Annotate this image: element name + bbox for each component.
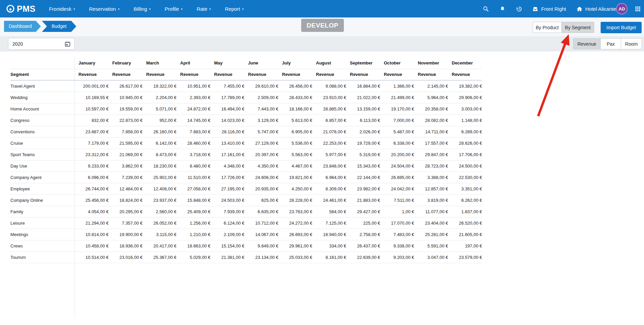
calendar-icon[interactable] xyxy=(65,41,71,47)
avatar[interactable]: AD xyxy=(616,3,628,14)
revenue-cell: 5.747,00 € xyxy=(244,126,278,137)
revenue-cell: 18.663,00 € xyxy=(176,240,210,251)
revenue-cell: 12.857,00 € xyxy=(414,183,448,194)
revenue-cell: 5.071,00 € xyxy=(143,103,176,114)
menu-frontdesk[interactable]: Frontdesk▾ xyxy=(49,6,75,12)
table-row: Congreso832,00 €22.873,00 €952,00 €14.74… xyxy=(10,114,482,126)
revenue-cell: 10.597,00 € xyxy=(75,103,109,114)
revenue-cell: 5.536,00 € xyxy=(278,137,312,149)
revenue-cell: 2.560,00 € xyxy=(143,206,176,217)
revenue-cell: 10.945,00 € xyxy=(109,92,143,103)
revenue-cell: 18.936,00 € xyxy=(109,240,143,251)
revenue-cell: 19.821,00 € xyxy=(278,172,312,183)
breadcrumb-budget[interactable]: Budget xyxy=(42,21,76,32)
pax-tab[interactable]: Pax xyxy=(601,38,621,49)
import-budget-button[interactable]: Import Budget xyxy=(601,22,642,33)
revenue-cell: 11.077,00 € xyxy=(414,206,448,217)
revenue-cell: 27.058,00 € xyxy=(176,183,210,194)
menu-report[interactable]: Report▾ xyxy=(225,6,244,12)
room-tab[interactable]: Room xyxy=(621,38,642,49)
filter-strip: 2020 Revenue Pax Room xyxy=(0,36,644,51)
history-icon[interactable] xyxy=(516,6,522,12)
segment-cell: Crews xyxy=(10,240,75,251)
revenue-cell: 5.964,00 € xyxy=(414,92,448,103)
revenue-cell: 23.016,00 € xyxy=(109,251,143,263)
menu-billing[interactable]: Billing▾ xyxy=(134,6,151,12)
column-divider-line xyxy=(75,263,75,318)
revenue-cell: 3.819,00 € xyxy=(414,194,448,206)
by-segment-button[interactable]: By Segment xyxy=(562,22,594,33)
revenue-cell: 10.712,00 € xyxy=(244,217,278,229)
revenue-cell: 20.417,00 € xyxy=(143,240,176,251)
year-value: 2020 xyxy=(12,41,65,47)
home-icon xyxy=(576,6,582,12)
pms-logo-icon xyxy=(6,4,15,13)
apps-grid-icon[interactable] xyxy=(635,6,641,12)
year-input[interactable]: 2020 xyxy=(8,38,75,50)
month-header: July xyxy=(278,57,312,69)
revenue-cell: 1.256,00 € xyxy=(176,217,210,229)
revenue-cell: 22.639,00 € xyxy=(346,251,380,263)
hotel-selector[interactable]: Hotel Alicante xyxy=(576,6,616,12)
table-row: Company Agent6.096,00 €7.239,00 €25.902,… xyxy=(10,172,482,183)
revenue-cell: 29.847,00 € xyxy=(414,149,448,160)
revenue-cell: 4.350,00 € xyxy=(244,160,278,172)
revenue-cell: 10.169,55 € xyxy=(75,92,109,103)
revenue-cell: 28.228,00 € xyxy=(278,194,312,206)
revenue-cell: 20.358,00 € xyxy=(414,103,448,114)
revenue-cell: 2.145,00 € xyxy=(414,80,448,92)
revenue-cell: 1.210,00 € xyxy=(176,229,210,240)
month-header: December xyxy=(448,57,482,69)
revenue-cell: 6.964,00 € xyxy=(312,172,346,183)
hotel-label: Hotel Alicante xyxy=(585,6,616,12)
menu-rate[interactable]: Rate▾ xyxy=(197,6,211,12)
front-office-selector[interactable]: Front Right xyxy=(532,6,566,12)
pms-logo[interactable]: PMS xyxy=(6,4,36,14)
revenue-cell: 26.693,00 € xyxy=(278,229,312,240)
month-header: June xyxy=(244,57,278,69)
breadcrumb-dashboard[interactable]: Dashboard xyxy=(4,21,41,32)
revenue-cell: 10.514,00 € xyxy=(75,251,109,263)
revenue-cell: 8.473,00 € xyxy=(143,149,176,160)
revenue-cell: 23.312,00 € xyxy=(75,149,109,160)
revenue-cell: 26.695,00 € xyxy=(380,172,414,183)
segment-cell: Home Account xyxy=(10,103,75,114)
segment-cell: Company Online xyxy=(10,194,75,206)
environment-badge: DEVELOP xyxy=(301,19,344,32)
revenue-cell: 7.939,00 € xyxy=(210,206,244,217)
revenue-cell: 5.977,00 € xyxy=(312,149,346,160)
revenue-cell: 2.109,00 € xyxy=(210,229,244,240)
revenue-cell: 28.626,00 € xyxy=(448,137,482,149)
revenue-cell: 13.410,00 € xyxy=(210,137,244,149)
revenue-cell: 26.744,00 € xyxy=(75,183,109,194)
revenue-cell: 3.115,00 € xyxy=(143,229,176,240)
revenue-cell: 28.885,00 € xyxy=(312,103,346,114)
revenue-cell: 24.272,00 € xyxy=(278,217,312,229)
notifications-bell-icon[interactable] xyxy=(499,6,506,12)
breadcrumb: Dashboard Budget xyxy=(4,21,76,32)
table-row: Day Use9.233,00 €3.862,00 €18.230,00 €8.… xyxy=(10,160,482,172)
table-row: Family4.054,00 €20.295,00 €2.560,00 €25.… xyxy=(10,206,482,217)
segment-cell: Travel Agent xyxy=(10,80,75,92)
month-header: August xyxy=(312,57,346,69)
menu-reservation[interactable]: Reservation▾ xyxy=(89,6,120,12)
search-icon[interactable] xyxy=(483,6,489,12)
metric-header: Revenue xyxy=(210,69,244,80)
by-product-button[interactable]: By Product xyxy=(533,22,562,33)
revenue-cell: 15.343,00 € xyxy=(346,160,380,172)
revenue-cell: 14.745,00 € xyxy=(176,114,210,126)
revenue-cell: 15.848,00 € xyxy=(176,194,210,206)
revenue-cell: 21.078,00 € xyxy=(312,126,346,137)
menu-profile[interactable]: Profile▾ xyxy=(165,6,183,12)
segment-cell: Conventions xyxy=(10,126,75,137)
revenue-cell: 5.591,00 € xyxy=(414,240,448,251)
revenue-cell: 7.357,00 € xyxy=(109,217,143,229)
metric-header: Revenue xyxy=(244,69,278,80)
revenue-cell: 3.351,00 € xyxy=(448,183,482,194)
month-header: March xyxy=(143,57,176,69)
revenue-cell: 21.022,00 € xyxy=(346,92,380,103)
top-navbar: PMS Frontdesk▾ Reservation▾ Billing▾ Pro… xyxy=(0,0,644,17)
revenue-tab[interactable]: Revenue xyxy=(573,38,601,49)
revenue-cell: 13.159,00 € xyxy=(346,103,380,114)
revenue-cell: 24.500,00 € xyxy=(448,160,482,172)
